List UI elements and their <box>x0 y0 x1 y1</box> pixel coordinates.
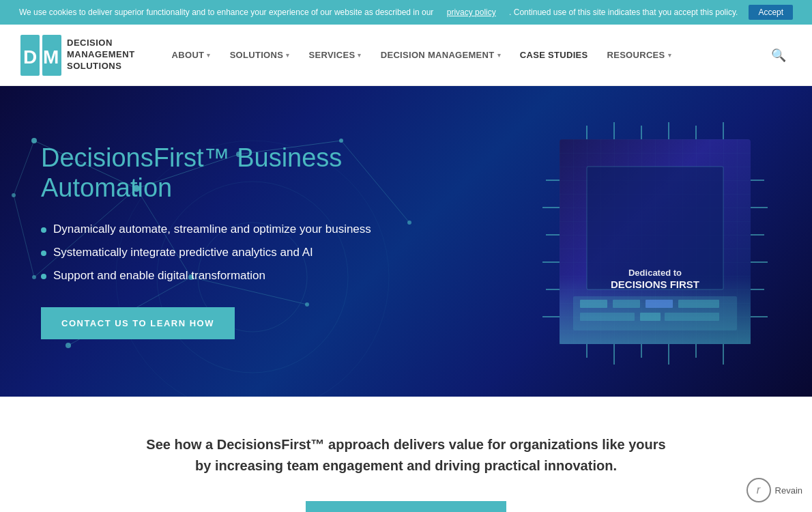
nav-services[interactable]: SERVICES ▾ <box>300 44 371 66</box>
search-icon[interactable]: 🔍 <box>766 42 792 68</box>
svg-rect-62 <box>665 313 719 321</box>
accept-cookies-button[interactable]: Accept <box>749 5 793 20</box>
cookie-text: We use cookies to deliver superior funct… <box>19 8 433 17</box>
nav-about[interactable]: ABOUT ▾ <box>162 44 220 66</box>
hero-bullet-2: Systematically integrate predictive anal… <box>41 246 423 259</box>
bullet-icon <box>41 227 46 233</box>
chevron-down-icon: ▾ <box>207 52 210 59</box>
chevron-down-icon: ▾ <box>358 52 361 59</box>
contact-us-button[interactable]: CONTACT US TO LEARN HOW <box>41 307 235 339</box>
svg-rect-57 <box>613 300 640 308</box>
nav-resources[interactable]: RESOURCES ▾ <box>597 44 680 66</box>
revain-badge: r Revain <box>746 478 802 502</box>
hero-section: DecisionsFirst™ Business Automation Dyna… <box>0 86 812 397</box>
logo-icon: D M <box>20 35 61 76</box>
svg-rect-60 <box>580 313 635 321</box>
hero-content: DecisionsFirst™ Business Automation Dyna… <box>0 143 464 339</box>
svg-rect-58 <box>646 300 673 308</box>
hero-bullet-1: Dynamically automate, streamline and opt… <box>41 223 423 236</box>
cookie-text-2: . Continued use of this site indicates t… <box>509 8 738 17</box>
below-hero-text: See how a DecisionsFirst™ approach deliv… <box>140 434 672 477</box>
svg-point-17 <box>339 139 343 143</box>
svg-point-14 <box>31 138 37 143</box>
chip-svg: Dedicated to DECISIONS FIRST <box>505 112 778 397</box>
below-hero-section: See how a DecisionsFirst™ approach deliv… <box>0 397 812 512</box>
logo-text: DECISION MANAGEMENT SOLUTIONS <box>67 38 135 72</box>
bullet-icon <box>41 274 46 279</box>
svg-text:DECISIONS FIRST: DECISIONS FIRST <box>611 279 699 290</box>
bullet-icon <box>41 251 46 256</box>
svg-rect-56 <box>580 300 607 308</box>
chevron-down-icon: ▾ <box>286 52 289 59</box>
chevron-down-icon: ▾ <box>497 52 501 59</box>
revain-label: Revain <box>775 485 802 496</box>
hero-title: DecisionsFirst™ Business Automation <box>41 143 423 203</box>
svg-text:M: M <box>43 46 59 68</box>
hero-bullets: Dynamically automate, streamline and opt… <box>41 223 423 283</box>
main-nav: ABOUT ▾ SOLUTIONS ▾ SERVICES ▾ DECISION … <box>162 42 792 68</box>
header: D M DECISION MANAGEMENT SOLUTIONS ABOUT … <box>0 25 812 86</box>
svg-rect-59 <box>678 300 719 308</box>
chevron-down-icon: ▾ <box>668 52 671 59</box>
svg-point-20 <box>66 343 71 348</box>
hero-chip-area: Dedicated to DECISIONS FIRST <box>457 86 812 397</box>
svg-text:Dedicated to: Dedicated to <box>628 268 682 278</box>
hero-bullet-3: Support and enable digital transformatio… <box>41 269 423 283</box>
privacy-policy-link[interactable]: privacy policy <box>447 8 496 17</box>
logo-link[interactable]: D M DECISION MANAGEMENT SOLUTIONS <box>20 35 135 76</box>
cookie-banner: We use cookies to deliver superior funct… <box>0 0 812 25</box>
chip-visual: Dedicated to DECISIONS FIRST <box>505 112 764 371</box>
see-infographic-button[interactable]: SEE OUR NEW INFOGRAPHIC <box>306 501 506 512</box>
nav-case-studies[interactable]: CASE STUDIES <box>510 44 598 66</box>
revain-icon: r <box>746 478 771 502</box>
nav-decision-management[interactable]: DECISION MANAGEMENT ▾ <box>371 44 510 66</box>
svg-text:D: D <box>23 46 37 68</box>
svg-rect-61 <box>640 313 661 321</box>
nav-solutions[interactable]: SOLUTIONS ▾ <box>220 44 300 66</box>
